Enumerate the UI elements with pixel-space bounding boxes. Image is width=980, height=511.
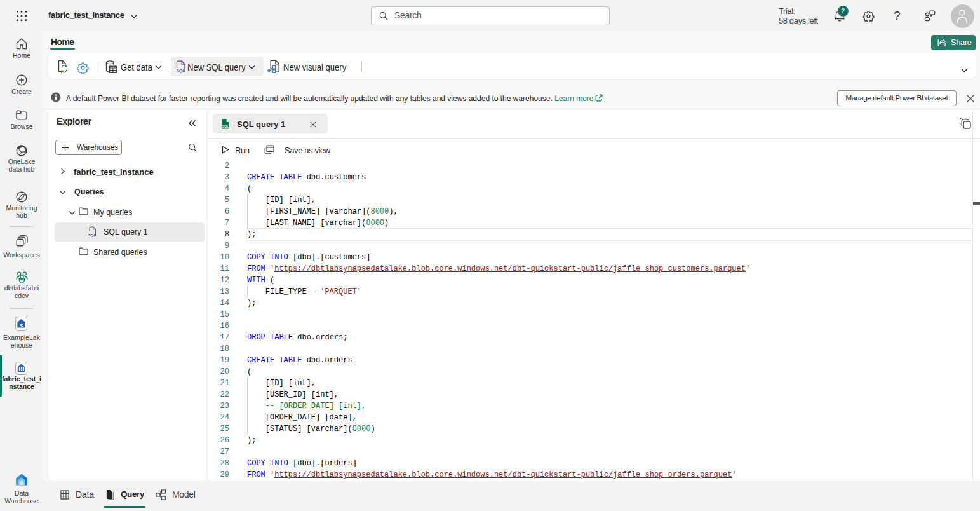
svg-text:SQL: SQL (177, 69, 185, 73)
svg-text:SQL: SQL (88, 233, 96, 237)
svg-text:SQL: SQL (222, 125, 229, 128)
